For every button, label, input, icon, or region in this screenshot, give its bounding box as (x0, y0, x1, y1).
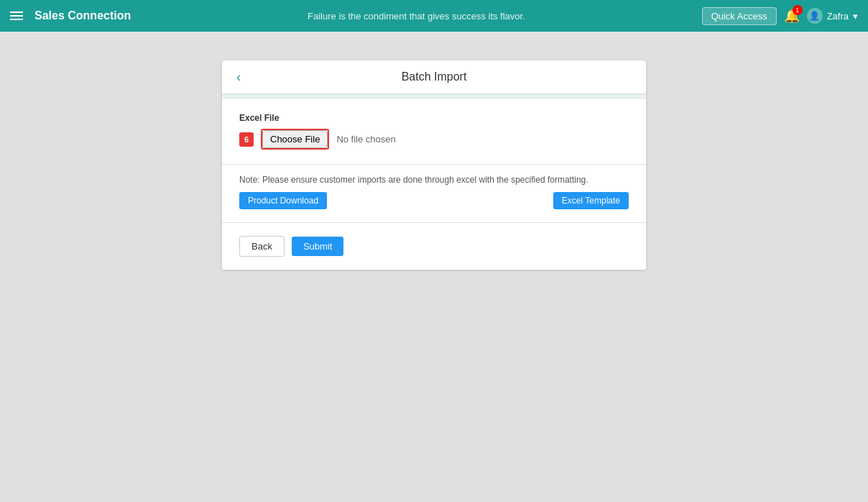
app-title: Sales Connection (34, 9, 131, 22)
back-button[interactable]: Back (239, 236, 285, 257)
menu-icon[interactable] (10, 12, 23, 20)
header-right: Quick Access 🔔 1 👤 Zafra ▾ (702, 7, 858, 25)
notification-icon[interactable]: 🔔 1 (784, 8, 800, 24)
notification-badge: 1 (793, 5, 803, 15)
file-input-row: 6 Choose File No file chosen (239, 129, 629, 150)
avatar: 👤 (807, 8, 823, 24)
product-download-button[interactable]: Product Download (239, 192, 327, 209)
back-arrow-icon[interactable]: ‹ (236, 70, 241, 85)
excel-file-label: Excel File (239, 113, 629, 123)
header: Sales Connection Failure is the condimen… (0, 0, 868, 32)
batch-import-card: ‹ Batch Import Excel File 6 Choose File … (222, 60, 646, 270)
note-buttons: Product Download Excel Template (239, 192, 629, 209)
card-title: Batch Import (236, 70, 632, 83)
submit-button[interactable]: Submit (292, 237, 343, 256)
card-header: ‹ Batch Import (222, 60, 646, 94)
main-content: ‹ Batch Import Excel File 6 Choose File … (0, 32, 868, 502)
header-tagline: Failure is the condiment that gives succ… (142, 11, 690, 22)
no-file-text: No file chosen (336, 134, 395, 145)
user-name: Zafra (827, 11, 849, 22)
quick-access-button[interactable]: Quick Access (702, 7, 777, 25)
step-badge: 6 (239, 132, 254, 147)
excel-template-button[interactable]: Excel Template (553, 192, 629, 209)
form-section: Excel File 6 Choose File No file chosen (222, 99, 646, 165)
footer-section: Back Submit (222, 223, 646, 270)
file-input-highlight: Choose File (261, 129, 329, 150)
choose-file-button[interactable]: Choose File (262, 130, 328, 148)
note-text: Note: Please ensure customer imports are… (239, 175, 629, 185)
note-section: Note: Please ensure customer imports are… (222, 165, 646, 223)
user-info[interactable]: 👤 Zafra ▾ (807, 8, 858, 24)
chevron-down-icon: ▾ (853, 11, 858, 22)
